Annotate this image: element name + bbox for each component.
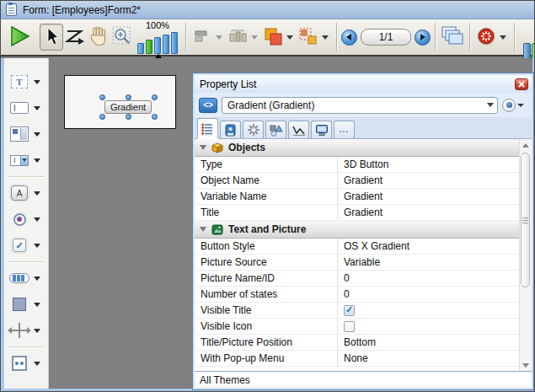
- sidebar-tool-input[interactable]: I: [4, 95, 48, 121]
- listbox-tool-caret-icon[interactable]: [34, 132, 40, 137]
- selection-handle[interactable]: [99, 94, 105, 100]
- property-row-with-popup-menu[interactable]: With Pop-up Menu None: [195, 351, 519, 367]
- collapse-triangle-icon[interactable]: [200, 227, 206, 232]
- level-menu-caret-icon[interactable]: [286, 35, 293, 40]
- property-value[interactable]: None: [338, 351, 519, 366]
- sidebar-tool-splitter[interactable]: [4, 318, 48, 343]
- tab-coordinates[interactable]: [265, 121, 286, 138]
- execute-form-button[interactable]: [8, 24, 31, 51]
- selection-handle[interactable]: [99, 114, 105, 120]
- property-value[interactable]: OS X Gradient: [338, 239, 519, 254]
- button-tool-caret-icon[interactable]: [34, 191, 40, 196]
- group-menu-caret-icon[interactable]: [322, 35, 329, 40]
- visible-icon-checkbox[interactable]: [344, 321, 355, 332]
- object-navigator-button[interactable]: <>: [199, 98, 217, 113]
- sidebar-tool-plugin[interactable]: [4, 351, 48, 376]
- selection-handle[interactable]: [126, 94, 131, 100]
- radio-tool-caret-icon[interactable]: [34, 217, 40, 222]
- view-options-caret-icon[interactable]: [517, 104, 524, 107]
- preferences-menu-button[interactable]: [474, 24, 498, 51]
- zoom-bar-100-selected[interactable]: [146, 40, 152, 54]
- object-selector-dropdown[interactable]: Gradient (Gradient): [222, 97, 498, 114]
- close-button[interactable]: [515, 78, 528, 90]
- zoom-bar-200[interactable]: [154, 37, 161, 54]
- tab-control-tool-caret-icon[interactable]: [34, 277, 40, 281]
- preferences-menu-caret-icon[interactable]: [500, 35, 506, 40]
- property-value[interactable]: 0: [338, 287, 519, 302]
- form-pages-button[interactable]: [440, 24, 465, 51]
- property-value[interactable]: 0: [338, 271, 519, 286]
- property-value[interactable]: Variable: [338, 255, 519, 270]
- gradient-3d-button[interactable]: Gradient: [104, 100, 152, 114]
- scroll-up-icon[interactable]: [520, 139, 532, 151]
- sidebar-tool-text[interactable]: T: [4, 69, 48, 94]
- sidebar-tool-rectangle[interactable]: [4, 292, 48, 317]
- plugin-tool-caret-icon[interactable]: [34, 362, 40, 366]
- pointer-tool-button[interactable]: [40, 24, 63, 51]
- section-objects[interactable]: Objects: [195, 139, 519, 157]
- text-tool-caret-icon[interactable]: [34, 80, 40, 84]
- tab-display[interactable]: [311, 121, 332, 138]
- entry-order-button[interactable]: [63, 24, 87, 51]
- tab-events[interactable]: [288, 121, 309, 138]
- rectangle-tool-caret-icon[interactable]: [34, 303, 40, 307]
- zoom-bar-400[interactable]: [163, 35, 169, 54]
- sidebar-tool-combobox[interactable]: I: [4, 148, 48, 173]
- input-tool-caret-icon[interactable]: [34, 106, 40, 110]
- property-row-object-name[interactable]: Object Name Gradient: [195, 173, 519, 189]
- title-bar[interactable]: Form: [Employees]Form2*: [1, 1, 534, 19]
- collapse-triangle-icon[interactable]: [200, 145, 206, 150]
- tab-action[interactable]: [243, 121, 264, 138]
- tab-more[interactable]: ...: [334, 121, 355, 138]
- property-value[interactable]: Gradient: [338, 173, 519, 188]
- splitter-tool-caret-icon[interactable]: [34, 329, 40, 333]
- distribute-menu-caret-icon[interactable]: [251, 35, 258, 40]
- property-value[interactable]: Gradient: [338, 189, 519, 204]
- combobox-tool-caret-icon[interactable]: [34, 158, 40, 163]
- property-row-picture-source[interactable]: Picture Source Variable: [195, 255, 519, 271]
- align-menu-button[interactable]: [190, 24, 214, 51]
- view-options-button[interactable]: [502, 99, 527, 112]
- property-row-button-style[interactable]: Button Style OS X Gradient: [195, 239, 519, 255]
- tab-all-properties[interactable]: [197, 118, 218, 138]
- sidebar-tool-checkbox[interactable]: ✓: [4, 233, 48, 258]
- property-row-visible-title[interactable]: Visible Title: [195, 303, 519, 319]
- property-grid-scrollbar[interactable]: [519, 139, 532, 371]
- selection-handle[interactable]: [152, 114, 158, 120]
- zoom-level-control[interactable]: 100%: [137, 21, 178, 54]
- selection-handle[interactable]: [152, 94, 158, 100]
- align-menu-caret-icon[interactable]: [216, 35, 222, 40]
- zoom-bars[interactable]: [137, 31, 178, 54]
- zoom-tool-button[interactable]: [110, 24, 134, 51]
- pan-tool-button[interactable]: [87, 24, 110, 51]
- distribute-menu-button[interactable]: [226, 24, 249, 51]
- visible-title-checkbox[interactable]: [344, 305, 355, 316]
- scroll-down-icon[interactable]: [520, 359, 532, 371]
- scrollbar-thumb[interactable]: [521, 153, 530, 287]
- property-value[interactable]: Bottom: [338, 335, 519, 350]
- selection-handle[interactable]: [126, 114, 131, 120]
- property-row-title-picture-position[interactable]: Title/Picture Position Bottom: [195, 335, 519, 351]
- zoom-bar-50[interactable]: [137, 43, 144, 54]
- group-menu-button[interactable]: [297, 24, 320, 51]
- sidebar-tool-button[interactable]: A: [4, 180, 48, 206]
- themes-footer[interactable]: All Themes: [195, 371, 532, 388]
- next-page-button[interactable]: [415, 30, 431, 46]
- property-value[interactable]: 3D Button: [338, 157, 519, 172]
- property-row-visible-icon[interactable]: Visible Icon: [195, 319, 519, 335]
- sidebar-tool-tab-control[interactable]: [4, 266, 48, 291]
- property-row-type[interactable]: Type 3D Button: [195, 157, 519, 173]
- property-row-picture-name-id[interactable]: Picture Name/ID 0: [195, 271, 519, 287]
- property-row-title[interactable]: Title Gradient: [195, 205, 519, 221]
- section-text-and-picture[interactable]: Text and Picture: [195, 221, 519, 239]
- sidebar-tool-radio[interactable]: [4, 207, 48, 232]
- zoom-bar-800[interactable]: [171, 32, 178, 54]
- previous-page-button[interactable]: [341, 30, 357, 46]
- property-list-titlebar[interactable]: Property List: [195, 75, 532, 93]
- level-menu-button[interactable]: [261, 24, 285, 51]
- property-row-variable-name[interactable]: Variable Name Gradient: [195, 189, 519, 205]
- property-value[interactable]: Gradient: [338, 205, 519, 220]
- tab-objects[interactable]: [220, 121, 241, 138]
- checkbox-tool-caret-icon[interactable]: [34, 244, 40, 248]
- sidebar-tool-listbox[interactable]: [4, 121, 48, 147]
